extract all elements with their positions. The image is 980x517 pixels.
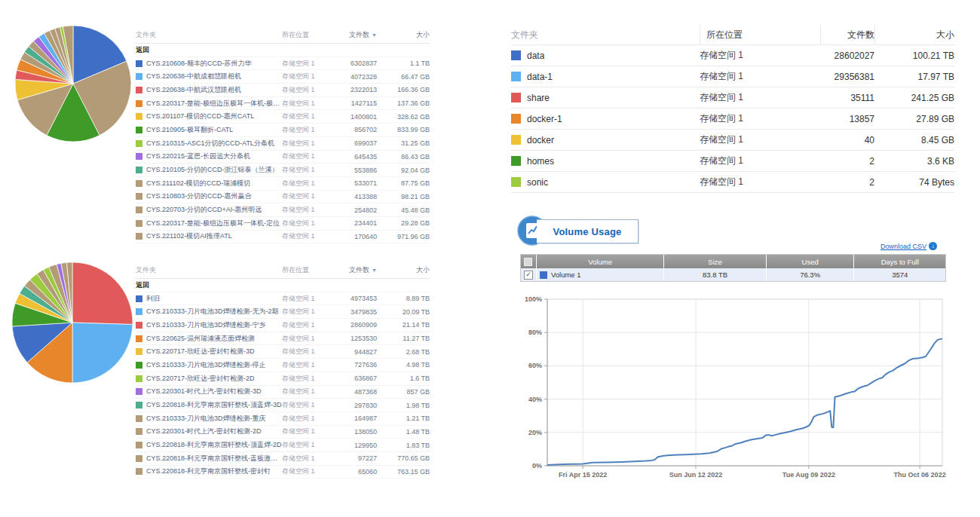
folder-row[interactable]: CYS.201107-模切的CCD-惠州CATL存储空间 11400801328… bbox=[136, 110, 430, 124]
folder-row[interactable]: CYS.220717-欣旺达-密封钉检测-2D存储空间 16368671.6 T… bbox=[136, 372, 430, 386]
folder-name[interactable]: CYS.221102-模切AI推理ATL bbox=[146, 231, 232, 241]
folder-row[interactable]: CYS.210803-分切的CCD-惠州赢合存储空间 141338898.21 … bbox=[136, 191, 430, 204]
folder-row[interactable]: CYS.220317-楚能-极组边压极耳一体机-定位存储空间 123440129… bbox=[136, 217, 430, 231]
folder-row[interactable]: CYS.221102-模切AI推理ATL存储空间 1170640971.96 G… bbox=[136, 231, 430, 244]
folder-name[interactable]: CYS.220638-中航武汉慧眼相机 bbox=[146, 85, 241, 95]
folder-name[interactable]: sonic bbox=[527, 177, 548, 188]
folder-name[interactable]: CYS.210333-刀片电池3D焊缝检测-宁乡 bbox=[146, 320, 266, 330]
folder-name[interactable]: CYS.220818-利元亨南京国轩整线-顶盖焊-2D bbox=[146, 440, 282, 450]
folder-name[interactable]: share bbox=[527, 93, 550, 103]
column-header-files[interactable]: 文件数▼ bbox=[332, 30, 377, 40]
folder-row[interactable]: CYS.220625-温州瑞浦液态面焊检测存储空间 1125353011.27 … bbox=[136, 332, 430, 346]
folder-location: 存储空间 1 bbox=[282, 205, 332, 215]
folder-row[interactable]: data存储空间 128602027100.21 TB bbox=[511, 45, 954, 66]
folder-name[interactable]: CYS.220818-利元亨南京国轩整线-盖板激光焊缝-... bbox=[146, 454, 282, 463]
back-link[interactable]: 返回 bbox=[136, 280, 149, 290]
folder-name[interactable]: CYS.210333-刀片电池3D焊缝检测-停止 bbox=[146, 360, 266, 370]
folder-name[interactable]: CYS.220638-中航成都慧眼相机 bbox=[146, 72, 241, 81]
folder-row[interactable]: CYS.220703-分切的CCD+AI-惠州明远存储空间 125480245.… bbox=[136, 203, 430, 217]
folder-name[interactable]: CYS.220818-利元亨南京国轩整线-顶盖焊-3D bbox=[146, 400, 282, 410]
folder-name[interactable]: CYS.220625-温州瑞浦液态面焊检测 bbox=[146, 334, 255, 344]
folder-name[interactable]: homes bbox=[527, 156, 554, 167]
folder-name[interactable]: CYS.210803-分切的CCD-惠州赢合 bbox=[146, 191, 252, 201]
folder-name[interactable]: 利旧 bbox=[146, 294, 160, 304]
folder-name[interactable]: CYS.210905-极耳翻折-CATL bbox=[146, 125, 233, 135]
download-icon[interactable]: ↓ bbox=[929, 242, 937, 250]
folder-name[interactable]: docker bbox=[527, 135, 554, 145]
folder-name[interactable]: CYS.220703-分切的CCD+AI-惠州明远 bbox=[146, 205, 262, 215]
column-header-folder[interactable]: 文件夹 bbox=[136, 265, 282, 275]
folder-row[interactable]: CYS.220317-楚能-极组边压极耳一体机-极组检测存储空间 1142711… bbox=[136, 97, 430, 111]
folder-row[interactable]: CYS.220818-利元亨南京国轩整线-盖板激光焊缝-...存储空间 1972… bbox=[136, 452, 430, 466]
column-header-folder[interactable]: 文件夹 bbox=[136, 30, 282, 40]
folder-name[interactable]: CYS.220717-欣旺达-密封钉检测-2D bbox=[146, 374, 255, 384]
folder-name[interactable]: data-1 bbox=[527, 72, 553, 82]
column-header-used[interactable]: Used bbox=[766, 255, 854, 268]
folder-row[interactable]: CYS.220215-蓝思-长园远大分条机存储空间 164543586.43 G… bbox=[136, 151, 430, 164]
folder-row[interactable]: CYS.220818-利元亨南京国轩整线-密封钉存储空间 165060763.1… bbox=[136, 466, 430, 479]
folder-row[interactable]: data-1存储空间 12935638117.97 TB bbox=[511, 66, 954, 87]
folder-name[interactable]: docker-1 bbox=[527, 114, 562, 124]
folder-name[interactable]: CYS.210333-刀片电池3D焊缝检测-重庆 bbox=[146, 414, 266, 424]
back-row[interactable]: 返回 bbox=[136, 44, 430, 57]
folder-name[interactable]: CYS.220818-利元亨南京国轩整线-密封钉 bbox=[146, 467, 271, 476]
folder-row[interactable]: CYS.210333-刀片电池3D焊缝检测-宁乡存储空间 1286090921.… bbox=[136, 319, 430, 332]
select-all-cell[interactable] bbox=[521, 255, 536, 268]
download-csv-link[interactable]: Download CSV ↓ bbox=[880, 242, 937, 250]
pie-slice[interactable] bbox=[72, 262, 133, 325]
select-all-checkbox[interactable] bbox=[524, 258, 532, 266]
folder-name[interactable]: CYS.220317-楚能-极组边压极耳一体机-定位 bbox=[146, 219, 280, 228]
column-header-files[interactable]: 文件数▼ bbox=[332, 265, 377, 275]
folder-row[interactable]: CYS.210315-ASC1分切的CCD-ATL分条机存储空间 1699037… bbox=[136, 137, 430, 151]
folder-row[interactable]: homes存储空间 123.6 KB bbox=[511, 151, 954, 172]
column-header-location[interactable]: 所在位置 bbox=[282, 30, 332, 40]
folder-row[interactable]: docker-1存储空间 11385727.89 GB bbox=[511, 109, 954, 130]
folder-name[interactable]: CYS.220317-楚能-极组边压极耳一体机-极组检测 bbox=[146, 99, 282, 109]
folder-row[interactable]: CYS.210333-刀片电池3D焊缝检测-重庆存储空间 11649871.21… bbox=[136, 412, 430, 426]
folder-name[interactable]: CYS.220215-蓝思-长园远大分条机 bbox=[146, 151, 250, 161]
column-header-size[interactable]: 大小 bbox=[377, 265, 430, 275]
folder-name[interactable]: CYS.210105-分切的CCD-浙江锦泰（兰溪） bbox=[146, 165, 279, 175]
folder-name[interactable]: CYS.220717-欣旺达-密封钉检测-3D bbox=[146, 347, 255, 356]
download-csv-label[interactable]: Download CSV bbox=[880, 243, 926, 250]
folder-row[interactable]: CYS.210905-极耳翻折-CATL存储空间 1856702833.99 G… bbox=[136, 124, 430, 137]
folder-row[interactable]: CYS.220818-利元亨南京国轩整线-顶盖焊-3D存储空间 12978301… bbox=[136, 399, 430, 412]
column-header-location[interactable]: 所在位置 bbox=[700, 25, 820, 44]
folder-name[interactable]: CYS.211102-模切的CCD-瑞浦模切 bbox=[146, 179, 250, 188]
folder-name[interactable]: CYS.220301-时代上汽-密封钉检测-3D bbox=[146, 387, 262, 396]
column-header-folder[interactable]: 文件夹 bbox=[511, 29, 700, 41]
column-header-size[interactable]: 大小 bbox=[377, 30, 430, 40]
folder-row[interactable]: CYS.220638-中航成都慧眼相机存储空间 1407232866.47 GB bbox=[136, 70, 430, 84]
column-header-size[interactable]: 大小 bbox=[874, 25, 954, 44]
folder-row[interactable]: CYS.210105-分切的CCD-浙江锦泰（兰溪）存储空间 155388692… bbox=[136, 164, 430, 177]
column-header-volume[interactable]: Volume bbox=[536, 255, 663, 268]
folder-row[interactable]: CYS.210608-顺丰的CCD-苏州力华存储空间 163028371.1 T… bbox=[136, 57, 430, 71]
column-header-size[interactable]: Size bbox=[663, 255, 766, 268]
folder-row[interactable]: CYS.210333-刀片电池3D焊缝检测-无为-2期存储空间 13479835… bbox=[136, 305, 430, 319]
column-header-files[interactable]: 文件数 bbox=[820, 25, 874, 44]
folder-row[interactable]: 利旧存储空间 149734538.89 TB bbox=[136, 292, 430, 306]
folder-row[interactable]: CYS.220301-时代上汽-密封钉检测-3D存储空间 1487368857 … bbox=[136, 386, 430, 399]
folder-row[interactable]: CYS.211102-模切的CCD-瑞浦模切存储空间 153307187.75 … bbox=[136, 177, 430, 191]
folder-name[interactable]: CYS.201107-模切的CCD-惠州CATL bbox=[146, 112, 254, 121]
folder-row[interactable]: share存储空间 135111241.25 GB bbox=[511, 87, 954, 109]
folder-row[interactable]: CYS.220301-时代上汽-密封钉检测-2D存储空间 11380501.48… bbox=[136, 426, 430, 439]
volume-row-checkbox[interactable]: ✓ bbox=[524, 271, 533, 280]
folder-row[interactable]: sonic存储空间 1274 Bytes bbox=[511, 172, 954, 193]
folder-row[interactable]: CYS.220717-欣旺达-密封钉检测-3D存储空间 19448272.68 … bbox=[136, 345, 430, 359]
folder-name[interactable]: CYS.210608-顺丰的CCD-苏州力华 bbox=[146, 59, 252, 69]
folder-name[interactable]: CYS.220301-时代上汽-密封钉检测-2D bbox=[146, 427, 262, 436]
folder-name[interactable]: data bbox=[527, 50, 544, 61]
pie-slice[interactable] bbox=[72, 323, 133, 383]
folder-row[interactable]: CYS.210333-刀片电池3D焊缝检测-停止存储空间 17276364.98… bbox=[136, 359, 430, 372]
folder-row[interactable]: CYS.220638-中航武汉慧眼相机存储空间 12322013166.36 G… bbox=[136, 84, 430, 97]
volume-row[interactable]: ✓ Volume 1 83.8 TB 76.3% 3574 bbox=[521, 268, 945, 281]
column-header-location[interactable]: 所在位置 bbox=[282, 265, 332, 275]
folder-row[interactable]: docker存储空间 1408.45 GB bbox=[511, 130, 954, 151]
back-row[interactable]: 返回 bbox=[136, 279, 430, 292]
folder-row[interactable]: CYS.220818-利元亨南京国轩整线-顶盖焊-2D存储空间 11299501… bbox=[136, 439, 430, 452]
back-link[interactable]: 返回 bbox=[136, 45, 149, 55]
folder-name[interactable]: CYS.210315-ASC1分切的CCD-ATL分条机 bbox=[146, 139, 274, 148]
folder-name[interactable]: CYS.210333-刀片电池3D焊缝检测-无为-2期 bbox=[146, 307, 279, 317]
column-header-days-to-full[interactable]: Days to Full bbox=[853, 255, 945, 268]
